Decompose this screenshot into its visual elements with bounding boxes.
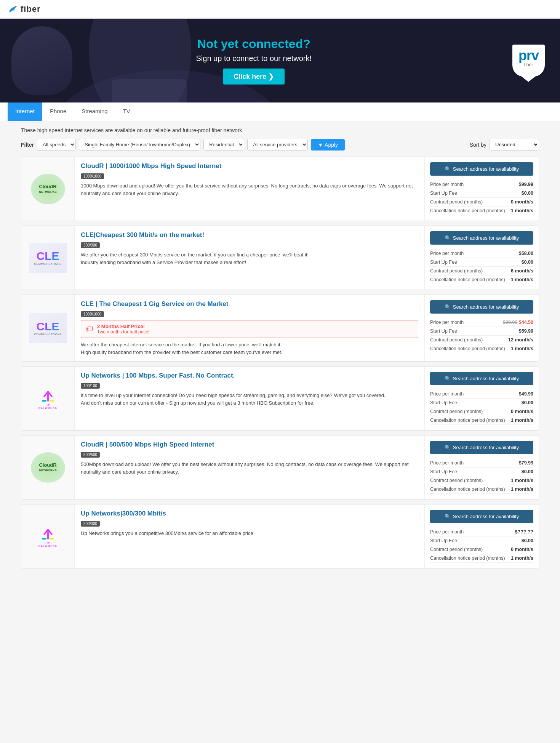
logo-text: fiber bbox=[21, 4, 41, 14]
plan-info: Up Networks|300/300 Mbit/s 300/300 Up Ne… bbox=[75, 504, 424, 568]
logo-area: fiber bbox=[8, 4, 41, 14]
provider-filter[interactable]: All service providers bbox=[247, 139, 308, 151]
apply-label: Apply bbox=[325, 142, 338, 148]
startup-fee-label: Start Up Fee bbox=[430, 191, 457, 196]
plan-description: We offer the cheapest internet service o… bbox=[81, 341, 418, 356]
price-per-month-row: Price per month $???.?? bbox=[430, 528, 533, 536]
cancellation-period-value: 1 month/s bbox=[511, 346, 533, 351]
search-availability-button[interactable]: 🔍 Search address for availability bbox=[430, 372, 533, 385]
price-per-month-label: Price per month bbox=[430, 529, 464, 535]
tab-internet[interactable]: Internet bbox=[8, 102, 42, 121]
type-filter[interactable]: Single Family Home (House/Townhome/Duple… bbox=[79, 139, 200, 151]
search-availability-button[interactable]: 🔍 Search address for availability bbox=[430, 231, 533, 245]
startup-fee-value: $59.99 bbox=[519, 328, 533, 334]
promo-banner: 🏷 2 Months Half Price! Two months for ha… bbox=[81, 320, 418, 338]
tab-phone[interactable]: Phone bbox=[42, 102, 74, 121]
cancellation-period-label: Cancellation notice period (months) bbox=[430, 418, 505, 423]
sort-select[interactable]: Unsorted bbox=[490, 139, 539, 151]
plan-card: CLE COMMUNICATIONS CLE | The Cheapest 1 … bbox=[21, 295, 539, 362]
search-icon: 🔍 bbox=[445, 235, 451, 241]
price-per-month-label: Price per month bbox=[430, 460, 464, 466]
filter-icon: ▼ bbox=[318, 142, 323, 148]
plan-right-panel: 🔍 Search address for availability Price … bbox=[424, 157, 539, 221]
price-per-month-label: Price per month bbox=[430, 320, 464, 325]
plan-speed-badge: 1000/1000 bbox=[81, 173, 104, 179]
plan-info: CloudR | 1000/1000 Mbps High Speed Inter… bbox=[75, 157, 424, 221]
plan-info: CloudR | 500/500 Mbps High Speed Interne… bbox=[75, 436, 424, 499]
startup-fee-row: Start Up Fee $0.00 bbox=[430, 468, 533, 476]
page-description: These high speed internet services are a… bbox=[21, 127, 539, 133]
search-availability-button[interactable]: 🔍 Search address for availability bbox=[430, 441, 533, 454]
plan-info: CLE|Cheapest 300 Mbit/s on the market! 3… bbox=[75, 226, 424, 290]
search-availability-label: Search address for availability bbox=[453, 235, 519, 241]
search-icon: 🔍 bbox=[445, 445, 451, 450]
plan-right-panel: 🔍 Search address for availability Price … bbox=[424, 226, 539, 290]
startup-fee-label: Start Up Fee bbox=[430, 328, 457, 334]
search-availability-label: Search address for availability bbox=[453, 445, 519, 450]
banner-cta-button[interactable]: Click here bbox=[223, 69, 285, 85]
tab-streaming[interactable]: Streaming bbox=[74, 102, 115, 121]
contract-period-label: Contract period (months) bbox=[430, 409, 483, 414]
provider-logo: CloudR NETWORKS bbox=[31, 174, 65, 204]
search-icon: 🔍 bbox=[445, 304, 451, 310]
search-availability-button[interactable]: 🔍 Search address for availability bbox=[430, 300, 533, 314]
promo-icon: 🏷 bbox=[86, 325, 93, 333]
startup-fee-value: $0.00 bbox=[522, 538, 533, 543]
banner-title: Not yet connected? bbox=[196, 37, 312, 51]
plan-logo-area: CloudR NETWORKS bbox=[21, 157, 75, 221]
price-table: Price per month $58.00 Start Up Fee $0.0… bbox=[430, 249, 533, 284]
cancellation-period-row: Cancellation notice period (months) 1 mo… bbox=[430, 485, 533, 494]
brand-name: prv bbox=[518, 48, 539, 64]
price-per-month-row: Price per month $49.99 bbox=[430, 390, 533, 399]
cancellation-period-value: 1 month/s bbox=[511, 556, 533, 561]
plan-speed-badge: 300/300 bbox=[81, 242, 100, 248]
price-per-month-value: $58.00 bbox=[519, 251, 533, 256]
plan-card: CloudR NETWORKS CloudR | 1000/1000 Mbps … bbox=[21, 157, 539, 221]
price-value: $49.99 bbox=[519, 391, 533, 397]
plan-title: CLE|Cheapest 300 Mbit/s on the market! bbox=[81, 231, 418, 239]
provider-logo: CLE COMMUNICATIONS bbox=[29, 243, 67, 273]
plan-description: Up Networks brings you a competitive 300… bbox=[81, 530, 418, 537]
contract-period-row: Contract period (months) 6 month/s bbox=[430, 267, 533, 275]
price-per-month-row: Price per month $99.99 bbox=[430, 180, 533, 189]
plan-right-panel: 🔍 Search address for availability Price … bbox=[424, 367, 539, 430]
search-availability-button[interactable]: 🔍 Search address for availability bbox=[430, 162, 533, 176]
startup-fee-label: Start Up Fee bbox=[430, 538, 457, 543]
search-availability-label: Search address for availability bbox=[453, 376, 519, 381]
plan-title: CloudR | 500/500 Mbps High Speed Interne… bbox=[81, 441, 418, 448]
search-availability-button[interactable]: 🔍 Search address for availability bbox=[430, 510, 533, 523]
startup-fee-value: $0.00 bbox=[522, 259, 533, 265]
plan-speed-badge: 1000/1000 bbox=[81, 311, 104, 317]
startup-fee-row: Start Up Fee $0.00 bbox=[430, 189, 533, 198]
banner-subtitle: Sign up to connect to our network! bbox=[196, 53, 312, 63]
startup-fee-label: Start Up Fee bbox=[430, 400, 457, 405]
cancellation-period-row: Cancellation notice period (months) 1 mo… bbox=[430, 275, 533, 284]
plan-card: CloudR NETWORKS CloudR | 500/500 Mbps Hi… bbox=[21, 435, 539, 500]
price-table: Price per month $99.99 Start Up Fee $0.0… bbox=[430, 180, 533, 215]
residential-filter[interactable]: Residential bbox=[203, 139, 244, 151]
contract-period-label: Contract period (months) bbox=[430, 478, 483, 483]
plan-description: We offer you the cheapest 300 Mbit/s ser… bbox=[81, 251, 418, 266]
plan-speed-badge: 100/100 bbox=[81, 383, 100, 389]
banner-brand-logo: prv fiber bbox=[512, 45, 545, 77]
plan-logo-area: CLE COMMUNICATIONS bbox=[21, 226, 75, 290]
plan-description: 1000 Mbps download and upload! We offer … bbox=[81, 182, 418, 197]
cancellation-period-label: Cancellation notice period (months) bbox=[430, 277, 505, 282]
contract-period-value: 12 month/s bbox=[508, 337, 533, 343]
contract-period-row: Contract period (months) 0 month/s bbox=[430, 407, 533, 416]
startup-fee-row: Start Up Fee $0.00 bbox=[430, 258, 533, 267]
plan-right-panel: 🔍 Search address for availability Price … bbox=[424, 504, 539, 568]
apply-button[interactable]: ▼ Apply bbox=[311, 139, 345, 151]
speed-filter[interactable]: All speeds bbox=[37, 139, 76, 151]
price-per-month-label: Price per month bbox=[430, 251, 464, 256]
plan-logo-area: UP NETWORKS bbox=[21, 504, 75, 568]
startup-fee-value: $0.00 bbox=[522, 469, 533, 474]
plan-logo-area: CloudR NETWORKS bbox=[21, 436, 75, 499]
price-per-month-label: Price per month bbox=[430, 391, 464, 397]
contract-period-value: 0 month/s bbox=[511, 409, 533, 414]
cancellation-period-row: Cancellation notice period (months) 1 mo… bbox=[430, 416, 533, 425]
original-price: $89.00 bbox=[503, 320, 517, 325]
tab-tv[interactable]: TV bbox=[115, 102, 138, 121]
provider-logo: UP NETWORKS bbox=[29, 521, 67, 552]
price-value: $???.?? bbox=[515, 529, 533, 535]
